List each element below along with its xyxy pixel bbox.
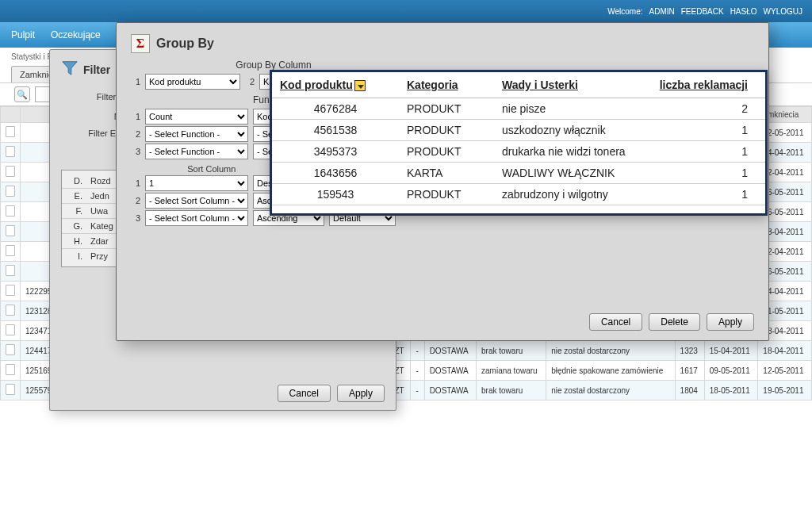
link-logout[interactable]: WYLOGUJ <box>764 7 802 16</box>
result-table-panel: Kod produktu Kategoria Wady i Usterki li… <box>270 70 768 216</box>
document-icon <box>6 285 15 296</box>
document-icon <box>6 225 15 236</box>
sort-2[interactable]: - Select Sort Column - <box>145 193 248 209</box>
func-3[interactable]: - Select Function - <box>145 144 248 159</box>
document-icon <box>6 344 15 355</box>
top-header: Welcome: ADMIN FEEDBACK HASŁO WYLOGUJ <box>0 0 812 22</box>
funnel-icon <box>61 59 79 79</box>
document-icon <box>6 384 15 395</box>
svg-marker-0 <box>63 62 77 75</box>
document-icon <box>6 324 15 335</box>
menu-pulpit[interactable]: Pulpit <box>11 29 35 40</box>
result-row[interactable]: 3495373PRODUKTdrukarka nie widzi tonera1 <box>272 141 765 163</box>
result-h-liczba[interactable]: liczba reklamacji <box>646 72 765 98</box>
result-h-wady[interactable]: Wady i Usterki <box>494 72 646 98</box>
welcome-label: Welcome: <box>607 7 642 16</box>
document-icon <box>6 146 15 157</box>
filter-cancel-button[interactable]: Cancel <box>278 385 331 402</box>
menu-oczekujace[interactable]: Oczekujące <box>51 29 101 40</box>
group-delete-button[interactable]: Delete <box>649 313 700 331</box>
result-h-kat[interactable]: Kategoria <box>399 72 494 98</box>
document-icon <box>6 364 15 375</box>
document-icon <box>6 166 15 177</box>
func-2[interactable]: - Select Function - <box>145 126 248 142</box>
group-cancel-button[interactable]: Cancel <box>589 313 642 331</box>
document-icon <box>6 245 15 256</box>
document-icon <box>6 126 15 137</box>
sigma-icon: Σ <box>131 34 150 53</box>
document-icon <box>6 305 15 316</box>
sort-dropdown-icon[interactable] <box>354 80 366 91</box>
func-1[interactable]: Count <box>145 109 248 125</box>
link-feedback[interactable]: FEEDBACK <box>681 7 724 16</box>
result-h-kod[interactable]: Kod produktu <box>280 79 353 91</box>
sort-1[interactable]: 1 <box>145 175 248 191</box>
result-row[interactable]: 159543PRODUKTzabrudzony i wilgotny1 <box>272 184 765 205</box>
filter-title: Filter <box>83 63 110 76</box>
result-row[interactable]: 4676284PRODUKTnie pisze2 <box>272 98 765 120</box>
document-icon <box>6 265 15 276</box>
user-name: ADMIN <box>649 7 675 16</box>
search-icon[interactable]: 🔍 <box>14 86 30 102</box>
group-apply-button[interactable]: Apply <box>707 313 754 331</box>
link-password[interactable]: HASŁO <box>730 7 757 16</box>
result-row[interactable]: 4561538PRODUKTuszkodozny włącznik1 <box>272 120 765 141</box>
groupcol-section-label: Group By Column <box>131 59 416 71</box>
groupby-title: Group By <box>156 36 214 51</box>
sortcol-section-label: Sort Column <box>187 164 236 174</box>
result-row[interactable]: 1643656KARTAWADLIWY WŁĄCZNIK1 <box>272 163 765 184</box>
groupcol-1[interactable]: Kod produktu <box>145 74 240 90</box>
sort-3[interactable]: - Select Sort Column - <box>145 210 248 226</box>
document-icon <box>6 205 15 217</box>
document-icon <box>6 186 15 197</box>
filter-apply-button[interactable]: Apply <box>337 385 385 402</box>
